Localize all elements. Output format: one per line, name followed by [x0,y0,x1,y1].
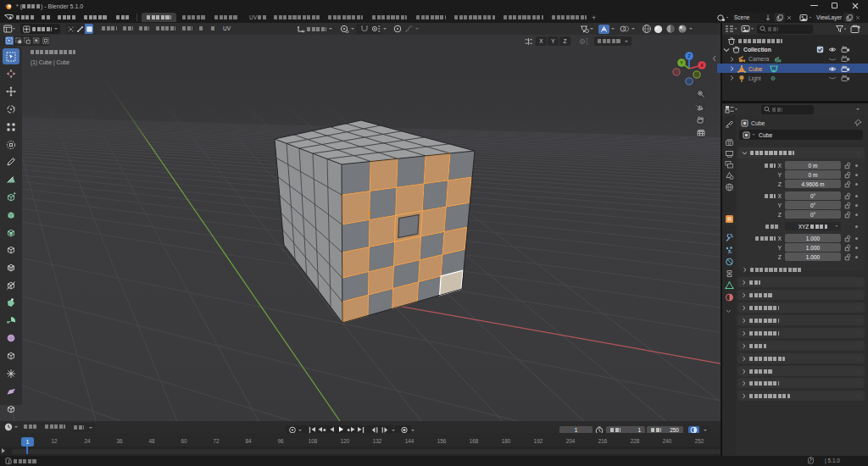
svg-text:Y: Y [680,60,683,65]
svg-text:X: X [700,63,704,68]
svg-text:Z: Z [687,53,691,58]
